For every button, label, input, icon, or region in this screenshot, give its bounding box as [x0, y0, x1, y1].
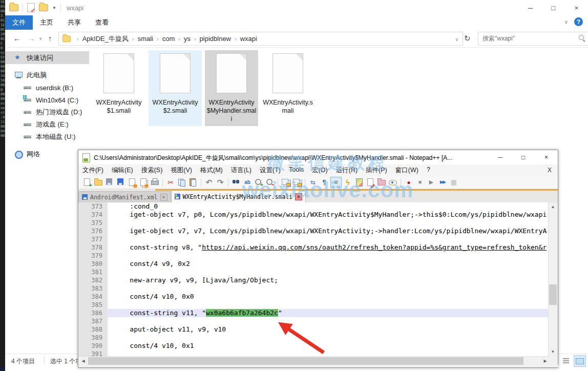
- toolbar-icon[interactable]: [188, 177, 198, 187]
- toolbar-icon[interactable]: [278, 178, 278, 187]
- toolbar-icon[interactable]: [354, 177, 364, 187]
- toolbar-icon[interactable]: ab: [242, 177, 253, 187]
- horizontal-scroll-thumb[interactable]: [88, 357, 523, 365]
- ribbon-tab[interactable]: 查看: [88, 15, 116, 30]
- toolbar-icon[interactable]: [376, 177, 387, 187]
- breadcrumb-item[interactable]: › smali: [129, 34, 153, 44]
- recent-dropdown-icon[interactable]: ∨: [39, 36, 43, 41]
- vertical-scrollbar[interactable]: ▲ ▼: [548, 202, 557, 356]
- toolbar-icon[interactable]: [254, 177, 264, 187]
- ribbon-tab[interactable]: 文件: [5, 15, 33, 30]
- collapse-ribbon-icon[interactable]: ∨: [564, 19, 568, 25]
- toolbar-icon[interactable]: [305, 178, 305, 187]
- qat-dropdown-icon[interactable]: ▼: [52, 6, 56, 10]
- line-number[interactable]: 382: [79, 276, 108, 284]
- line-number[interactable]: 388: [79, 325, 108, 334]
- toolbar-icon[interactable]: [150, 177, 160, 187]
- toolbar-icon[interactable]: [116, 177, 126, 187]
- breadcrumb-item[interactable]: › ys: [175, 34, 191, 44]
- np-close-button[interactable]: ×: [535, 150, 558, 164]
- line-number[interactable]: 390: [79, 342, 108, 350]
- breadcrumb-item[interactable]: › ApkIDE_牛旋风: [73, 34, 129, 44]
- line-number[interactable]: 374: [79, 211, 108, 219]
- line-number[interactable]: 373: [79, 202, 108, 211]
- toolbar-icon[interactable]: ▶▶: [437, 177, 448, 187]
- sidebar-item[interactable]: 热门游戏盘 (D:): [5, 106, 89, 118]
- toolbar-icon[interactable]: ●: [404, 177, 414, 187]
- toolbar-icon[interactable]: [388, 177, 398, 187]
- breadcrumb-item[interactable]: › pipidblnew: [191, 34, 231, 44]
- sidebar-item[interactable]: 网络: [5, 148, 89, 160]
- line-number[interactable]: 387: [79, 317, 108, 325]
- search-input[interactable]: [478, 32, 575, 44]
- toolbar-icon[interactable]: [228, 178, 228, 187]
- toolbar-icon[interactable]: [292, 177, 302, 187]
- toolbar-icon[interactable]: ■: [415, 177, 425, 187]
- toolbar-icon[interactable]: ≡: [330, 177, 342, 188]
- toolbar-icon[interactable]: [231, 177, 241, 187]
- ribbon-tab[interactable]: 主页: [33, 15, 60, 30]
- toolbar-icon[interactable]: [104, 177, 115, 187]
- address-dropdown-icon[interactable]: ∨: [455, 37, 458, 42]
- menu-item[interactable]: 编辑(E): [108, 166, 137, 175]
- up-button[interactable]: ↑: [48, 34, 52, 43]
- sidebar-item[interactable]: 此电脑: [5, 69, 89, 81]
- toolbar-icon[interactable]: ▶: [426, 177, 436, 187]
- menu-item[interactable]: Tools: [285, 166, 308, 175]
- help-icon[interactable]: ?: [574, 17, 583, 26]
- scroll-down-icon[interactable]: ▼: [549, 347, 557, 356]
- back-button[interactable]: ←: [13, 34, 21, 43]
- toolbar-icon[interactable]: [281, 177, 291, 187]
- forward-button[interactable]: →: [28, 34, 35, 43]
- scroll-left-icon[interactable]: ◀: [79, 357, 88, 365]
- toolbar-icon[interactable]: [365, 177, 375, 187]
- toolbar-icon[interactable]: [162, 178, 163, 187]
- tab-close-icon[interactable]: ×: [295, 193, 302, 200]
- toolbar-icon[interactable]: [82, 177, 92, 187]
- toolbar-icon[interactable]: [93, 177, 103, 187]
- line-number[interactable]: 378: [79, 243, 108, 252]
- close-button[interactable]: ×: [565, 0, 588, 15]
- line-number[interactable]: 384: [79, 293, 108, 301]
- menu-item[interactable]: 文件(F): [78, 166, 108, 175]
- sidebar-item[interactable]: userdisk (B:): [5, 81, 89, 94]
- tab-close-icon[interactable]: ×: [160, 194, 167, 201]
- details-view-button[interactable]: [560, 355, 572, 366]
- toolbar-icon[interactable]: [138, 177, 149, 187]
- minimize-button[interactable]: ─: [519, 0, 542, 15]
- properties-icon[interactable]: [27, 3, 35, 12]
- menu-item[interactable]: ?: [423, 166, 434, 175]
- document-tab[interactable]: WXEntryActivity$MyHandler.smali ×: [171, 191, 306, 202]
- file-item[interactable]: WXEntryActivity$1.smali: [92, 50, 145, 126]
- toolbar-icon[interactable]: [401, 178, 401, 187]
- toolbar-icon[interactable]: ⇆: [308, 177, 318, 187]
- line-number[interactable]: 376: [79, 227, 108, 235]
- toolbar-icon[interactable]: ↷: [215, 177, 225, 187]
- menu-item[interactable]: 语言(L): [227, 166, 256, 175]
- refresh-icon[interactable]: ↻: [464, 34, 471, 43]
- toolbar-icon[interactable]: ↶: [204, 177, 214, 187]
- menu-item[interactable]: 窗口(W): [391, 166, 423, 175]
- menu-item[interactable]: 运行(R): [332, 166, 362, 175]
- toolbar-icon[interactable]: ϟ: [343, 177, 353, 187]
- line-number[interactable]: 381: [79, 268, 108, 276]
- line-number[interactable]: 385: [79, 301, 108, 309]
- line-number[interactable]: 375: [79, 219, 108, 227]
- toolbar-icon[interactable]: [265, 177, 275, 187]
- toolbar-icon[interactable]: ¶: [319, 177, 329, 187]
- scroll-up-icon[interactable]: ▲: [549, 202, 557, 211]
- search-box[interactable]: [478, 32, 588, 46]
- menu-close-button[interactable]: X: [541, 167, 558, 174]
- sidebar-item[interactable]: 快速访问: [5, 51, 89, 64]
- code-editor[interactable]: 373 :cond_0 374 iget-object v7, p0, Lcom…: [79, 202, 550, 356]
- menu-item[interactable]: 搜索(S): [137, 166, 167, 175]
- line-number[interactable]: 380: [79, 260, 108, 268]
- menu-item[interactable]: 视图(V): [166, 166, 196, 175]
- sidebar-item[interactable]: Win10x64 (C:): [5, 94, 89, 106]
- toolbar-icon[interactable]: [201, 178, 201, 187]
- thumbnail-view-button[interactable]: [574, 355, 586, 367]
- toolbar-icon[interactable]: ✂: [165, 177, 176, 187]
- menu-item[interactable]: 宏(O): [308, 166, 332, 175]
- line-number[interactable]: 391: [79, 350, 108, 356]
- address-box[interactable]: › ApkIDE_牛旋风 › smali › com ›: [58, 32, 463, 46]
